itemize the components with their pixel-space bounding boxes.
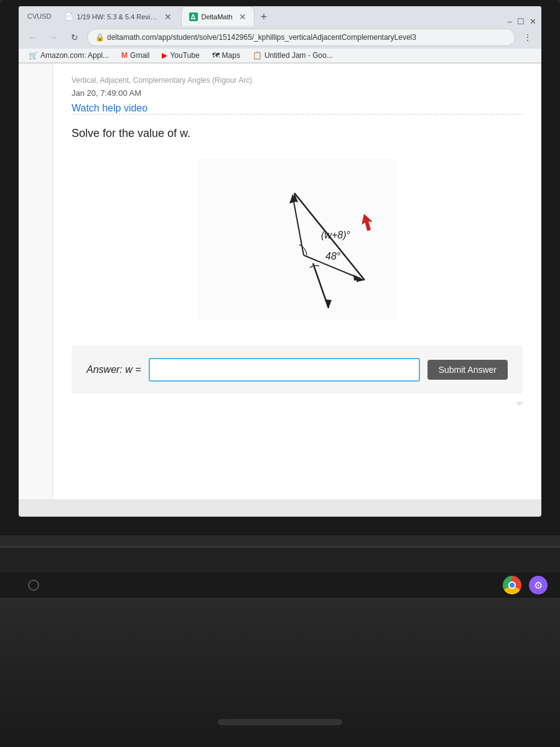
bookmark-youtube[interactable]: ▶ YouTube [157,50,204,61]
youtube-favicon: ▶ [162,51,167,60]
bookmark-jam[interactable]: 📋 Untitled Jam - Goo... [248,50,338,61]
bookmark-amazon[interactable]: 🛒 Amazon.com: Appl... [24,50,114,61]
forward-button[interactable]: → [45,29,62,46]
page-corner-label: ar [72,399,523,406]
window-minimize[interactable]: – [508,17,512,26]
new-tab-button[interactable]: + [256,8,273,26]
back-button[interactable]: ← [24,29,41,46]
answer-label: Answer: w = [86,364,141,375]
reload-button[interactable]: ↻ [66,29,83,46]
trackpad[interactable] [218,719,342,725]
watch-help-link[interactable]: Watch help video [72,103,147,113]
chrome-center [508,581,516,589]
svg-text:(w+8)°: (w+8)° [321,230,350,240]
extensions-button[interactable]: ⋮ [519,29,536,46]
tab-deltamath[interactable]: Δ DeltaMath ✕ [181,6,254,26]
tab-deltamath-favicon: Δ [189,12,198,21]
bookmark-maps[interactable]: 🗺 Maps [207,50,245,61]
profile-label: CVUSD [24,12,55,20]
laptop-base [0,548,560,573]
answer-input[interactable] [149,358,420,382]
status-circle [28,580,39,591]
gmail-favicon: M [121,51,128,60]
profile-taskbar-icon[interactable]: ⚙ [529,576,548,594]
tab-hw-close[interactable]: ✕ [164,12,172,22]
section-divider [72,114,523,115]
date-line: Jan 20, 7:49:00 AM [72,88,523,98]
keyboard-area [0,598,560,747]
tab-hw-favicon: 📄 [65,12,73,21]
sidebar-content [19,63,52,73]
bookmark-gmail-label: Gmail [130,51,149,60]
date-text: Jan 20, 7:49:00 AM [72,88,141,98]
tab-deltamath-close[interactable]: ✕ [239,12,246,22]
chrome-taskbar-icon[interactable] [503,576,521,594]
address-bar: ← → ↻ 🔒 deltamath.com/app/student/solve/… [19,26,541,49]
window-close[interactable]: ✕ [530,17,536,26]
svg-text:48°: 48° [325,251,341,261]
bookmark-youtube-label: YouTube [170,51,199,60]
answer-section: Answer: w = Submit Answer [72,345,523,394]
bookmark-maps-label: Maps [222,51,240,60]
screen: CVUSD 📄 1/19 HW: 5.3 & 5.4 Review ✕ Δ De… [19,6,541,517]
tab-deltamath-label: DeltaMath [202,13,233,21]
tab-hw-label: 1/19 HW: 5.3 & 5.4 Review [77,13,158,21]
bookmark-amazon-label: Amazon.com: Appl... [40,51,109,60]
maps-favicon: 🗺 [212,51,220,60]
problem-statement: Solve for the value of w. [72,127,523,140]
taskbar: ⚙ [0,573,560,598]
jam-favicon: 📋 [253,51,262,60]
bookmark-gmail[interactable]: M Gmail [116,50,154,61]
diagram-container: (w+8)° 48° [72,159,523,321]
geometry-diagram: (w+8)° 48° [198,159,397,321]
page-layout: Vertical, Adjacent, Complementary Angles… [19,63,541,499]
main-content: Vertical, Adjacent, Complementary Angles… [53,63,541,499]
amazon-favicon: 🛒 [29,51,38,60]
sidebar [19,63,53,499]
tab-bar: CVUSD 📄 1/19 HW: 5.3 & 5.4 Review ✕ Δ De… [19,6,541,26]
submit-button[interactable]: Submit Answer [427,360,508,380]
bookmarks-bar: 🛒 Amazon.com: Appl... M Gmail ▶ YouTube … [19,49,541,63]
tab-hw-review[interactable]: 📄 1/19 HW: 5.3 & 5.4 Review ✕ [57,6,180,26]
url-text: deltamath.com/app/student/solve/15142965… [107,33,416,42]
browser-chrome: CVUSD 📄 1/19 HW: 5.3 & 5.4 Review ✕ Δ De… [19,6,541,63]
url-bar[interactable]: 🔒 deltamath.com/app/student/solve/151429… [87,29,515,46]
window-maximize[interactable]: ☐ [517,17,525,26]
secure-icon: 🔒 [95,33,105,42]
bookmark-jam-label: Untitled Jam - Goo... [264,51,333,60]
page-content: Vertical, Adjacent, Complementary Angles… [19,63,541,499]
top-breadcrumb: Vertical, Adjacent, Complementary Angles… [72,76,523,85]
svg-rect-0 [198,159,397,321]
